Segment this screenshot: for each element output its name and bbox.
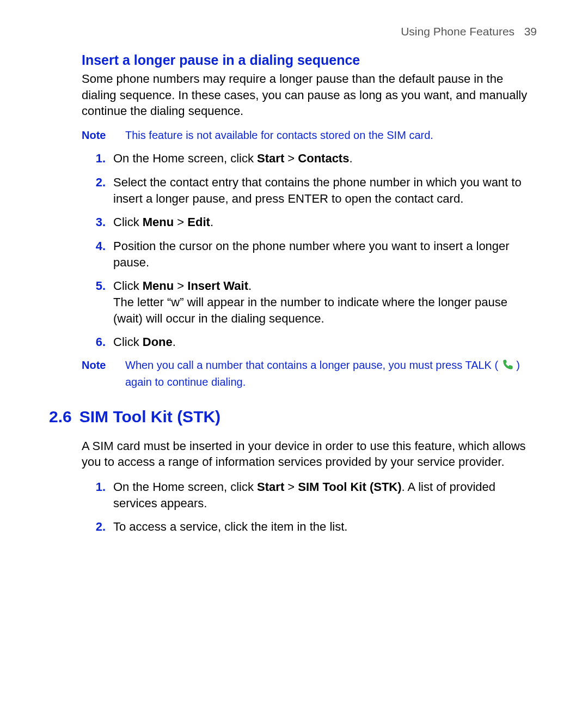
section-number: 2.6	[49, 406, 72, 428]
step-number: 5.	[82, 278, 113, 294]
step-item: 5. Click Menu > Insert Wait. The letter …	[82, 278, 539, 326]
step-number: 1.	[82, 479, 113, 495]
step-item: 1. On the Home screen, click Start > SIM…	[82, 479, 539, 511]
step-item: 6. Click Done.	[82, 334, 539, 350]
note-block-2: Note When you call a number that contain…	[82, 358, 539, 390]
step-body: On the Home screen, click Start > Contac…	[113, 150, 539, 167]
note-text: When you call a number that contains a l…	[125, 358, 539, 390]
note-block-1: Note This feature is not available for c…	[82, 128, 539, 143]
step-item: 4. Position the cursor on the phone numb…	[82, 238, 539, 270]
stk-intro: A SIM card must be inserted in your devi…	[82, 438, 539, 470]
step-body: Click Done.	[113, 334, 539, 350]
step-number: 2.	[82, 519, 113, 535]
section-title: SIM Tool Kit (STK)	[79, 406, 220, 428]
step-body: On the Home screen, click Start > SIM To…	[113, 479, 539, 511]
steps-list-2: 1. On the Home screen, click Start > SIM…	[82, 479, 539, 535]
subheading-insert-longer-pause: Insert a longer pause in a dialing seque…	[82, 51, 539, 70]
running-header: Using Phone Features 39	[49, 24, 539, 39]
page: Using Phone Features 39 Insert a longer …	[0, 0, 588, 575]
step-body: To access a service, click the item in t…	[113, 519, 539, 535]
step-body: Click Menu > Edit.	[113, 214, 539, 230]
step-body: Click Menu > Insert Wait. The letter “w”…	[113, 278, 539, 326]
step-number: 2.	[82, 174, 113, 191]
step-number: 6.	[82, 334, 113, 350]
section-heading-sim-toolkit: 2.6 SIM Tool Kit (STK)	[49, 406, 539, 428]
intro-paragraph: Some phone numbers may require a longer …	[82, 71, 539, 119]
step-extra: The letter “w” will appear in the number…	[113, 294, 539, 326]
step-item: 3. Click Menu > Edit.	[82, 214, 539, 230]
note-text: This feature is not available for contac…	[125, 128, 539, 143]
step-number: 4.	[82, 238, 113, 254]
runhead-page: 39	[524, 25, 537, 38]
step-number: 3.	[82, 214, 113, 230]
runhead-section: Using Phone Features	[401, 25, 514, 38]
step-item: 2. Select the contact entry that contain…	[82, 174, 539, 206]
note-label: Note	[82, 128, 125, 143]
talk-icon	[501, 359, 513, 375]
step-body: Select the contact entry that contains t…	[113, 174, 539, 206]
step-item: 1. On the Home screen, click Start > Con…	[82, 150, 539, 167]
step-number: 1.	[82, 150, 113, 167]
note-label: Note	[82, 358, 125, 373]
step-item: 2. To access a service, click the item i…	[82, 519, 539, 535]
step-body: Position the cursor on the phone number …	[113, 238, 539, 270]
steps-list-1: 1. On the Home screen, click Start > Con…	[82, 150, 539, 350]
